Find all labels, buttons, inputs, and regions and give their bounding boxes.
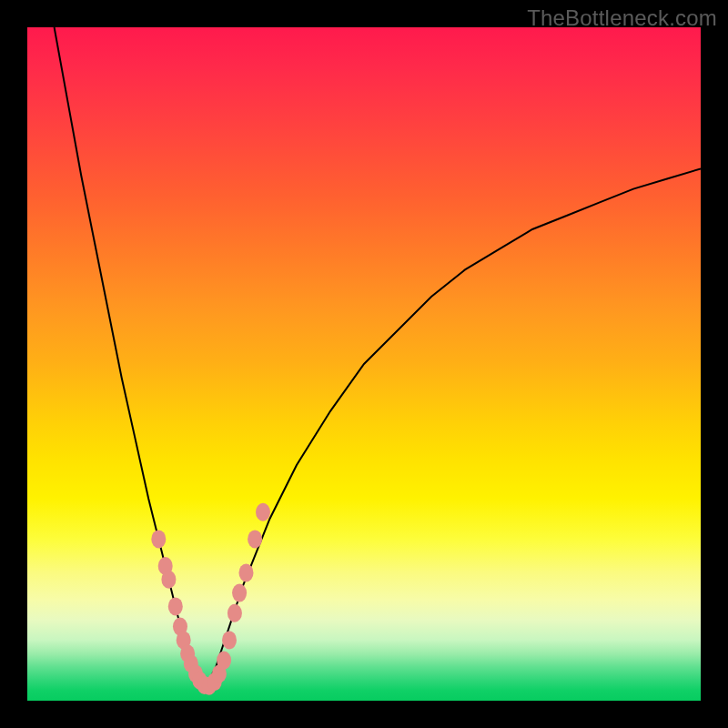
highlight-dot: [168, 597, 183, 615]
highlight-dot: [222, 631, 237, 649]
highlight-dot: [151, 530, 166, 548]
curve-right-branch: [202, 168, 701, 687]
highlight-dot: [239, 563, 254, 581]
highlight-dot: [161, 571, 176, 589]
highlight-dots-group: [151, 503, 270, 695]
curve-left-branch: [55, 27, 203, 687]
watermark-text: TheBottleneck.com: [527, 5, 717, 31]
highlight-dot: [232, 584, 247, 602]
chart-svg: [27, 27, 701, 701]
plot-area: [27, 27, 701, 701]
highlight-dot: [228, 604, 242, 622]
highlight-dot: [248, 530, 262, 548]
chart-frame: TheBottleneck.com: [0, 0, 728, 728]
highlight-dot: [217, 652, 231, 670]
highlight-dot: [256, 503, 270, 521]
